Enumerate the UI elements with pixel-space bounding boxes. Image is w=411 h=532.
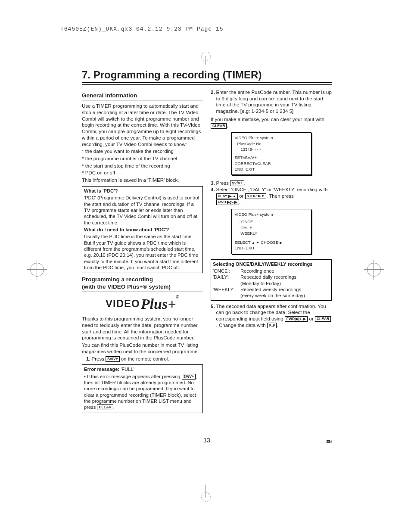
error-heading: Error message:	[84, 367, 121, 372]
general-paragraph: This information is saved in a 'TIMER' b…	[82, 177, 203, 184]
step-text: or	[308, 316, 315, 321]
period: .	[244, 180, 246, 186]
step-2: 2. Enter the entire PusCode number. This…	[211, 89, 332, 115]
pdc-text: 'PDC' (Programme Delivery Control) is us…	[84, 195, 201, 226]
osd-text: SELECT	[235, 240, 252, 245]
videoplus-logo: VIDEOPlus+®	[82, 295, 203, 314]
pdc-text: Usually the PDC time is the same as the …	[84, 233, 201, 271]
digits-button-icon: 0..9	[267, 323, 277, 328]
section-vplus-line1: Programming a recording	[82, 276, 153, 283]
page-number: 13	[203, 437, 210, 444]
step-number: 4.	[211, 187, 215, 193]
step-number: 5.	[211, 303, 215, 310]
play-button-icon: PLAY ▶-▲	[216, 193, 238, 199]
page-frame: T6450EZ(EN)_UKX.qx3 04.2.12 9:23 PM Page…	[22, 22, 389, 510]
pdc-heading: What do I need to know about 'PDC'?	[84, 227, 169, 232]
stop-button-icon: STOP ■-▼	[245, 193, 267, 199]
general-bullet: * the start and stop time of the recordi…	[82, 163, 203, 169]
general-bullet: * the date you want to make the recordin…	[82, 148, 203, 155]
section-general-title: General information	[82, 92, 203, 100]
osd-screen-2: VIDEO Plus+ system →ONCE DAILY WEEKLY SE…	[231, 209, 311, 254]
svv-button-icon: SV/V+	[106, 356, 119, 362]
logo-registered-icon: ®	[176, 295, 179, 299]
crop-mark-top	[206, 56, 206, 65]
general-paragraph: Use a TIMER programming to automatically…	[82, 103, 203, 147]
error-message-box: Error message: 'FULL' • If this error me…	[82, 364, 203, 413]
osd-line: SET=SV/V+	[235, 155, 308, 160]
osd-line: SELECT ▲ ▼ CHOOSE ▶	[235, 240, 308, 245]
svv-button-icon: SV/V+	[182, 374, 196, 380]
osd-screen-1: VIDEO Plus+ system PlusCode No. 12345- -…	[231, 132, 311, 175]
vplus-text: Thanks to this programming system, you n…	[82, 316, 203, 341]
error-text: • If this error message appears after pr…	[84, 374, 182, 379]
osd-line: PlusCode No.	[237, 141, 308, 146]
section-vplus-title: Programming a recording (with the VIDEO …	[82, 276, 203, 292]
step-number: 2.	[211, 89, 215, 96]
step-text: Select 'ONCE', 'DAILY' or 'WEEKLY' recor…	[216, 187, 328, 192]
section-vplus-line2: (with the VIDEO Plus+® system)	[82, 283, 171, 290]
step-5: 5. The decoded data appears after confir…	[211, 303, 332, 329]
osd-line: WEEKLY	[241, 230, 308, 236]
registration-mark-left	[30, 263, 44, 277]
step-text: on the remote control.	[120, 356, 169, 361]
row-value: (every week on the same day)	[240, 292, 330, 299]
period: .	[277, 323, 278, 328]
step-3: 3. Press SV/V+.	[211, 180, 332, 187]
selecting-heading: Selecting ONCE/DAILY/WEEKLY recordings	[213, 261, 312, 267]
left-column: General information Use a TIMER programm…	[82, 89, 203, 416]
print-job-header: T6450EZ(EN)_UKX.qx3 04.2.12 9:23 PM Page…	[60, 26, 389, 32]
fwd-button-icon: FWD ▶▷-▶	[216, 199, 240, 205]
period: .	[227, 123, 228, 128]
chapter-rule	[82, 84, 332, 85]
osd-text: CHOOSE	[259, 240, 279, 245]
logo-video-text: VIDEO	[106, 297, 140, 311]
error-code: 'FULL'	[121, 367, 134, 372]
period: .	[113, 404, 115, 410]
osd-line: CORRECT=CLEAR	[235, 161, 308, 166]
period: .	[239, 199, 240, 205]
osd-line: DAILY	[241, 225, 308, 230]
general-bullet: * PDC on or off	[82, 170, 203, 176]
row-value: (Monday to Friday)	[240, 280, 330, 286]
clear-button-icon: CLEAR	[97, 404, 113, 410]
osd-line: VIDEO Plus+ system	[235, 212, 308, 217]
step-text: Press	[216, 180, 230, 186]
row-key: 'ONCE':	[213, 268, 240, 274]
osd-line: →ONCE	[237, 219, 308, 224]
table-row: 'DAILY': Repeated daily recordings (Mond…	[213, 274, 330, 286]
right-column: 2. Enter the entire PusCode number. This…	[211, 89, 332, 416]
step-text: Enter the entire PusCode number. This nu…	[216, 89, 332, 115]
osd-line: END=EXIT	[235, 166, 308, 172]
osd-line: 12345- - - -	[241, 146, 308, 152]
table-row: 'ONCE': Recording once	[213, 268, 330, 274]
step-number: 3.	[211, 180, 215, 187]
selecting-recordings-box: Selecting ONCE/DAILY/WEEKLY recordings '…	[211, 259, 332, 301]
step-text: Press	[92, 356, 106, 361]
step-text: or	[238, 193, 245, 199]
clear-button-icon: CLEAR	[315, 316, 331, 322]
clear-button-icon: CLEAR	[211, 123, 227, 129]
osd-line: END=EXIT	[235, 245, 308, 251]
step-number: 1.	[86, 356, 90, 362]
crop-mark-bottom	[206, 485, 206, 498]
svv-button-icon: SV/V+	[230, 180, 244, 186]
general-bullet: * the programme number of the TV channel	[82, 156, 203, 162]
triangle-up-icon: ▲	[252, 241, 255, 245]
page-footer: 13 EN	[82, 437, 332, 444]
step-text: . Then press	[266, 193, 294, 199]
row-value: Repeated weekly recordings	[240, 286, 330, 292]
logo-plus-text: Plus+	[141, 295, 176, 314]
registration-mark-right	[367, 263, 381, 277]
row-key: 'DAILY':	[213, 274, 240, 286]
language-code: EN	[326, 439, 332, 444]
chapter-title: 7. Programming a recording (TIMER)	[82, 69, 332, 83]
mistake-text: If you make a mistake, you can clear you…	[211, 117, 324, 122]
step-text: . Change the data with	[216, 323, 267, 328]
pdc-heading: What is 'PDC'?	[84, 188, 118, 193]
vplus-text: You can find this PlusCode number in mos…	[82, 342, 203, 355]
table-row: 'WEEKLY': Repeated weekly recordings (ev…	[213, 286, 330, 299]
osd-line: VIDEO Plus+ system	[235, 135, 308, 140]
step-1: 1. Press SV/V+ on the remote control.	[86, 356, 203, 362]
triangle-right-icon: ▶	[280, 241, 282, 245]
row-key: 'WEEKLY':	[213, 286, 240, 299]
